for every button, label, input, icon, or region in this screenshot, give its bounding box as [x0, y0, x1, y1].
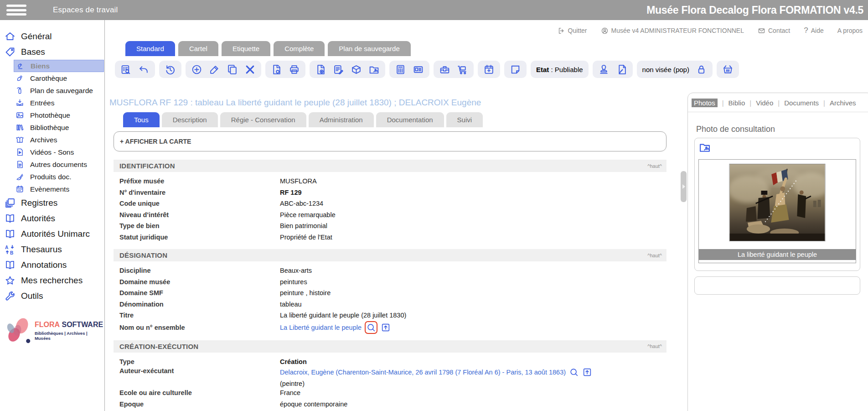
basket-icon[interactable] — [722, 64, 734, 75]
id-card-icon[interactable] — [413, 64, 424, 75]
attach-doc-icon[interactable] — [315, 64, 326, 75]
record-tab-regie-conservation[interactable]: Régie - Conservation — [220, 112, 306, 127]
toolbox-icon[interactable] — [439, 64, 450, 75]
media-tab-video[interactable]: Vidéo — [756, 99, 773, 107]
edit-icon[interactable] — [209, 64, 220, 75]
undo-icon[interactable] — [138, 64, 150, 75]
map-expander[interactable]: + AFFICHER LA CARTE — [114, 131, 666, 151]
field-value-link[interactable]: Delacroix, Eugène (Charenton-Saint-Mauri… — [280, 369, 566, 376]
view-tab-plan-de-sauvegarde[interactable]: Plan de sauvegarde — [328, 41, 410, 56]
sidebar-item-label: Autorités Unimarc — [21, 229, 90, 239]
painting-thumbnail[interactable] — [730, 164, 825, 241]
sidebar-item-archives[interactable]: Archives — [14, 134, 104, 146]
sidebar-item-autorites-unimarc[interactable]: Autorités Unimarc — [0, 226, 104, 242]
view-tab-complete[interactable]: Complète — [274, 41, 325, 56]
workspace-label[interactable]: Espaces de travail — [53, 5, 118, 15]
history-icon[interactable] — [165, 64, 176, 75]
header-link-musee-v4-administrateur-fonctionnel[interactable]: Musée v4 ADMINISTRATEUR FONCTIONNEL — [601, 27, 744, 35]
header-link-label: Musée v4 ADMINISTRATEUR FONCTIONNEL — [611, 27, 744, 34]
archive-box-icon — [16, 135, 24, 144]
sidebar-item-label: Produits doc. — [30, 173, 71, 181]
field-label: Niveau d'intérêt — [114, 211, 280, 219]
panel-collapse-handle[interactable] — [681, 171, 687, 202]
print-icon[interactable] — [289, 64, 300, 75]
record-tab-tous[interactable]: Tous — [123, 112, 160, 127]
view-tab-cartel[interactable]: Cartel — [178, 41, 218, 56]
media-tab-documents[interactable]: Documents — [784, 99, 819, 107]
sidebar-item-bibliotheque[interactable]: Bibliothèque — [14, 121, 104, 134]
back-to-top-link[interactable]: ^haut^ — [647, 343, 662, 349]
sidebar-item-mes-recherches[interactable]: Mes recherches — [0, 273, 104, 288]
sidebar-item-carotheque[interactable]: Carothèque — [14, 72, 104, 84]
calculator-icon[interactable] — [395, 64, 406, 75]
note-icon[interactable] — [510, 64, 521, 75]
header-link-contact[interactable]: Contact — [758, 27, 790, 35]
sidebar-nav: GénéralBasesBiensCarothèquePlan de sauve… — [0, 29, 104, 304]
back-to-top-link[interactable]: ^haut^ — [647, 253, 662, 258]
record-tab-suivi[interactable]: Suivi — [446, 112, 483, 127]
sidebar-item-label: Bibliothèque — [30, 124, 69, 132]
inbox-icon — [16, 99, 24, 107]
sidebar-item-entrees[interactable]: Entrées — [14, 97, 104, 109]
add-icon[interactable] — [191, 64, 202, 75]
list-search-icon[interactable] — [120, 64, 132, 75]
field-value: peinture , histoire — [280, 289, 331, 297]
doc-sign-icon[interactable] — [616, 64, 627, 75]
delete-icon[interactable] — [244, 64, 256, 75]
sidebar-item-phototheque[interactable]: Photothèque — [14, 109, 104, 121]
field-value: ABC-abc-1234 — [280, 200, 323, 207]
sidebar-item-produits-doc[interactable]: Produits doc. — [14, 171, 104, 183]
stamp-icon[interactable] — [598, 64, 610, 75]
field-label: Statut juridique — [114, 234, 280, 241]
copy-icon[interactable] — [227, 64, 238, 75]
folder-image-icon[interactable] — [368, 64, 380, 75]
sidebar-item-autorites[interactable]: Autorités — [0, 211, 104, 226]
open-record-icon[interactable] — [582, 367, 592, 377]
media-heading: Photo de consultation — [696, 125, 868, 134]
media-tab-photos[interactable]: Photos — [692, 99, 718, 107]
sidebar-item-autres-documents[interactable]: Autres documents — [14, 158, 104, 171]
record-tab-description[interactable]: Description — [162, 112, 218, 127]
sidebar-item-registres[interactable]: Registres — [0, 195, 104, 211]
folder-image-icon[interactable] — [698, 141, 711, 154]
sidebar-item-thesaurus[interactable]: ABThesaurus — [0, 242, 104, 257]
record-tab-administration[interactable]: Administration — [309, 112, 374, 127]
search-icon[interactable] — [366, 323, 376, 333]
form-edit-icon[interactable] — [333, 64, 344, 75]
media-tab-archives[interactable]: Archives — [830, 99, 856, 107]
calendar-add-icon[interactable] — [483, 64, 495, 75]
lock-icon[interactable] — [696, 64, 707, 75]
header-link-quitter[interactable]: Quitter — [558, 27, 587, 35]
package-icon[interactable] — [351, 64, 362, 75]
record-title: MUSFLORA RF 129 : tableau La liberté gui… — [109, 98, 481, 108]
field-value-link[interactable]: La Liberté guidant le peuple — [280, 324, 362, 331]
sidebar-item-biens[interactable]: Biens — [14, 60, 104, 72]
view-tab-etiquette[interactable]: Etiquette — [222, 41, 270, 56]
field-value: Pièce remarquable — [280, 211, 336, 219]
field-row-n-d-inventaire: N° d'inventaireRF 129 — [114, 187, 666, 198]
sidebar-item-evenements[interactable]: Evènements — [14, 183, 104, 195]
sidebar-item-bases[interactable]: Bases — [0, 44, 104, 60]
back-to-top-link[interactable]: ^haut^ — [647, 163, 662, 169]
open-record-icon[interactable] — [381, 323, 391, 333]
sidebar-item-label: Biens — [31, 62, 50, 70]
header-link-a-propos[interactable]: A propos — [837, 27, 863, 34]
search-icon[interactable] — [569, 367, 579, 377]
sidebar-item-annotations[interactable]: Annotations — [0, 257, 104, 273]
sidebar-item-general[interactable]: Général — [0, 29, 104, 44]
view-tab-standard[interactable]: Standard — [125, 41, 175, 56]
field-value: Beaux-arts — [280, 267, 312, 274]
svg-text:B: B — [10, 250, 13, 255]
sidebar-item-videos-sons[interactable]: Vidéos - Sons — [14, 146, 104, 158]
menu-icon[interactable] — [6, 5, 26, 16]
toolbar-group-2 — [159, 61, 181, 78]
header-link-aide[interactable]: ?Aide — [804, 26, 824, 35]
star-icon — [5, 275, 16, 286]
export-doc-icon[interactable] — [271, 64, 282, 75]
media-tab-biblio[interactable]: Biblio — [728, 99, 745, 107]
record-tab-documentation[interactable]: Documentation — [376, 112, 444, 127]
sidebar-item-outils[interactable]: Outils — [0, 288, 104, 304]
sidebar-item-plan-de-sauvegarde[interactable]: Plan de sauvegarde — [14, 84, 104, 97]
media-tab-separator: | — [749, 99, 751, 107]
trolley-icon[interactable] — [457, 64, 468, 75]
